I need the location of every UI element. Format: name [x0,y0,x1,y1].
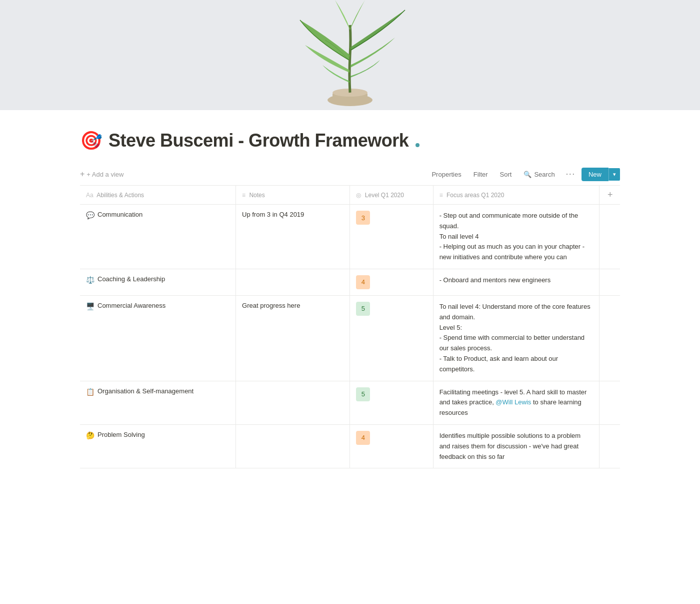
add-view-button[interactable]: + + Add a view [80,170,124,179]
col-header-focus: ≡ Focus areas Q1 2020 [433,186,599,205]
ability-name: Coaching & Leadership [98,275,165,283]
toolbar-right: Properties Filter Sort 🔍 Search ··· New … [426,167,620,181]
add-view-label: + Add a view [86,171,124,178]
page-title-icon: 🎯 [80,132,102,150]
search-icon: 🔍 [524,171,532,178]
cell-ability[interactable]: 🖥️ Commercial Awareness [80,295,236,381]
add-column-button[interactable]: + [606,190,615,200]
dots-icon: ··· [566,170,576,178]
new-button-group: New ▾ [582,168,620,181]
plus-icon: + [80,170,84,179]
level-badge: 3 [356,211,370,225]
ability-emoji: 🤔 [86,431,94,439]
cell-focus[interactable]: Identifies multiple possible solutions t… [433,424,599,468]
abilities-col-label: Abilities & Actions [96,192,144,199]
level-badge: 4 [356,275,370,289]
filter-label: Filter [474,171,488,178]
cell-add [599,381,620,424]
table-header-row: Aa Abilities & Actions ≡ Notes ◎ Level Q… [80,186,620,205]
cell-focus[interactable]: Facilitating meetings - level 5. A hard … [433,381,599,424]
cell-notes[interactable] [236,424,350,468]
abilities-col-icon: Aa [86,192,94,199]
col-header-notes: ≡ Notes [236,186,350,205]
sort-label: Sort [500,171,512,178]
cell-level[interactable]: 5 [350,381,433,424]
cell-ability[interactable]: 🤔 Problem Solving [80,424,236,468]
table-row: 🤔 Problem Solving 4 Identifies multiple … [80,424,620,468]
toolbar: + + Add a view Properties Filter Sort 🔍 … [80,163,620,186]
properties-button[interactable]: Properties [426,168,466,181]
page-title: Steve Buscemi - Growth Framework [108,130,408,151]
col-header-level: ◎ Level Q1 2020 [350,186,433,205]
cell-focus[interactable]: To nail level 4: Understand more of the … [433,295,599,381]
focus-col-icon: ≡ [440,192,443,199]
level-col-label: Level Q1 2020 [365,192,404,199]
cell-notes[interactable]: Up from 3 in Q4 2019 [236,205,350,269]
ability-name: Communication [98,211,142,218]
data-table: Aa Abilities & Actions ≡ Notes ◎ Level Q… [80,186,620,468]
search-label: Search [534,171,554,178]
notes-col-icon: ≡ [242,192,246,199]
focus-text: Facilitating meetings - level 5. A hard … [440,387,593,418]
notes-text: Up from 3 in Q4 2019 [242,211,304,218]
cell-focus[interactable]: - Step out and communicate more outside … [433,205,599,269]
new-dropdown-button[interactable]: ▾ [608,168,620,181]
hero-banner [0,0,700,110]
level-badge: 5 [356,302,370,316]
cell-level[interactable]: 5 [350,295,433,381]
focus-text: - Step out and communicate more outside … [440,211,593,263]
ability-emoji: ⚖️ [86,276,94,284]
cell-level[interactable]: 4 [350,269,433,295]
focus-col-label: Focus areas Q1 2020 [446,192,504,199]
chevron-down-icon: ▾ [613,171,616,177]
ability-name: Organisation & Self-management [98,387,194,395]
properties-label: Properties [432,171,461,178]
notes-text: Great progress here [242,302,300,309]
search-button[interactable]: 🔍 Search [518,168,560,181]
cell-notes[interactable] [236,269,350,295]
new-button[interactable]: New [582,168,608,181]
cell-add [599,269,620,295]
cell-level[interactable]: 3 [350,205,433,269]
cell-add [599,295,620,381]
focus-text: To nail level 4: Understand more of the … [440,302,593,375]
col-header-abilities: Aa Abilities & Actions [80,186,236,205]
ability-emoji: 📋 [86,388,94,396]
ability-emoji: 🖥️ [86,302,94,310]
level-col-icon: ◎ [356,192,361,199]
ability-name: Problem Solving [98,431,145,438]
focus-text: - Onboard and mentors new engineers [440,275,593,286]
cell-ability[interactable]: ⚖️ Coaching & Leadership [80,269,236,295]
cell-ability[interactable]: 📋 Organisation & Self-management [80,381,236,424]
cell-notes[interactable] [236,381,350,424]
status-dot [416,143,420,147]
level-badge: 5 [356,387,370,401]
cell-add [599,205,620,269]
cell-ability[interactable]: 💬 Communication [80,205,236,269]
cell-add [599,424,620,468]
table-row: 📋 Organisation & Self-management 5 Facil… [80,381,620,424]
page-title-row: 🎯 Steve Buscemi - Growth Framework [80,130,620,151]
ability-name: Commercial Awareness [98,302,166,309]
level-badge: 4 [356,431,370,445]
table-row: ⚖️ Coaching & Leadership 4 - Onboard and… [80,269,620,295]
sort-button[interactable]: Sort [495,168,517,181]
filter-button[interactable]: Filter [468,168,493,181]
cell-focus[interactable]: - Onboard and mentors new engineers [433,269,599,295]
ability-emoji: 💬 [86,211,94,219]
mention-link[interactable]: @Will Lewis [496,398,531,406]
notes-col-label: Notes [249,192,264,199]
table-row: 🖥️ Commercial Awareness Great progress h… [80,295,620,381]
hero-plant-illustration [225,0,475,110]
cell-notes[interactable]: Great progress here [236,295,350,381]
more-options-button[interactable]: ··· [562,167,580,181]
cell-level[interactable]: 4 [350,424,433,468]
table-row: 💬 Communication Up from 3 in Q4 2019 3 -… [80,205,620,269]
focus-text: Identifies multiple possible solutions t… [440,431,593,462]
col-header-add: + [599,186,620,205]
